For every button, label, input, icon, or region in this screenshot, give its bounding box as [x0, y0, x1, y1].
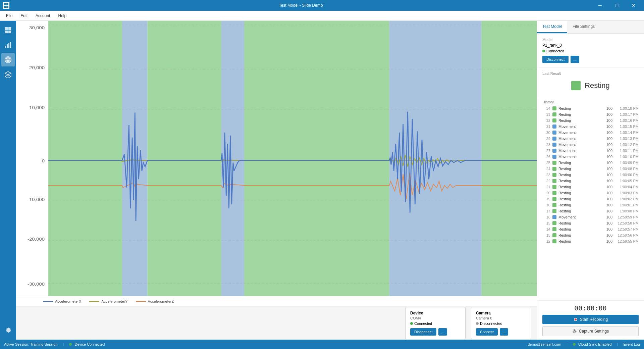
history-color	[552, 233, 556, 237]
history-class: Movement	[558, 124, 600, 129]
maximize-button[interactable]: □	[609, 0, 625, 11]
history-class: Movement	[558, 155, 600, 159]
history-color	[552, 149, 556, 153]
status-email: demo@sensiml.com	[528, 342, 561, 346]
svg-text:30,000: 30,000	[29, 25, 45, 30]
history-class: Movement	[558, 137, 600, 141]
history-time: 12:59:55 PM	[614, 239, 639, 243]
history-time: 1:00:00 PM	[614, 209, 639, 213]
svg-point-41	[575, 318, 577, 320]
history-color	[552, 143, 556, 147]
history-num: 12	[542, 239, 550, 243]
history-score: 100	[602, 112, 612, 116]
legend-accel-y: AccelerometerY	[89, 299, 127, 303]
history-row: 28 Movement 100 1:00:12 PM	[540, 142, 641, 148]
svg-rect-27	[122, 21, 148, 296]
history-row: 21 Resting 100 1:00:04 PM	[540, 184, 641, 190]
camera-status-label: Disconnected	[480, 321, 502, 326]
menu-file[interactable]: File	[3, 12, 16, 19]
svg-rect-7	[8, 31, 11, 33]
svg-text:-20,000: -20,000	[28, 236, 45, 241]
model-more-button[interactable]: ...	[571, 56, 579, 63]
history-class: Resting	[558, 161, 600, 165]
history-row: 20 Resting 100 1:00:03 PM	[540, 190, 641, 196]
device-disconnect-button[interactable]: Disconnect	[410, 328, 436, 336]
history-class: Movement	[558, 215, 600, 219]
accelerometer-chart: 30,000 20,000 10,000 0 -10,000 -20,000 -…	[16, 21, 537, 296]
legend-accel-x-line	[43, 301, 53, 302]
history-time: 1:00:16 PM	[614, 118, 639, 122]
menu-edit[interactable]: Edit	[17, 12, 31, 19]
status-log: Event Log	[623, 342, 640, 346]
menu-help[interactable]: Help	[55, 12, 70, 19]
tab-file-settings[interactable]: File Settings	[567, 21, 600, 33]
history-color	[552, 191, 556, 195]
history-row: 16 Movement 100 12:59:59 PM	[540, 214, 641, 220]
model-status: Connected	[542, 49, 639, 53]
svg-text:0: 0	[42, 158, 45, 163]
sidebar-item-home[interactable]	[1, 23, 15, 37]
history-time: 1:00:13 PM	[614, 137, 639, 141]
history-num: 23	[542, 173, 550, 177]
history-score: 100	[602, 239, 612, 243]
history-num: 16	[542, 215, 550, 219]
history-class: Resting	[558, 112, 600, 116]
history-score: 100	[602, 155, 612, 159]
start-recording-button[interactable]: Start Recording	[542, 315, 639, 324]
status-device-label: Device Connected	[74, 342, 105, 346]
timer-section: 00:00:00 Start Recording Capture Setting…	[537, 300, 644, 340]
status-session-label: Active Session: Training Session	[4, 342, 58, 346]
history-row: 13 Resting 100 12:59:56 PM	[540, 232, 641, 238]
status-device: Device Connected	[69, 342, 105, 346]
history-num: 25	[542, 161, 550, 165]
history-score: 100	[602, 118, 612, 122]
sidebar-item-settings[interactable]	[1, 323, 15, 337]
svg-text:-30,000: -30,000	[28, 282, 45, 287]
history-class: Movement	[558, 131, 600, 135]
camera-connect-button[interactable]: Connect	[476, 328, 498, 336]
result-color-box	[571, 81, 581, 90]
last-result-section: Last Result Resting	[537, 67, 644, 97]
device-status: Connected	[410, 321, 461, 326]
chart-legend: AccelerometerX AccelerometerY Accelerome…	[16, 296, 537, 306]
history-score: 100	[602, 124, 612, 129]
history-color	[552, 131, 556, 135]
history-row: 32 Resting 100 1:00:16 PM	[540, 117, 641, 123]
device-more-button[interactable]: ...	[438, 328, 447, 336]
tab-test-model[interactable]: Test Model	[537, 21, 567, 33]
history-row: 19 Resting 100 1:00:02 PM	[540, 196, 641, 202]
model-name: P1_rank_0	[542, 43, 639, 48]
history-num: 26	[542, 155, 550, 159]
close-button[interactable]: ✕	[626, 0, 641, 11]
camera-more-button[interactable]: ...	[500, 328, 508, 336]
sidebar-item-signal[interactable]	[1, 53, 15, 66]
model-disconnect-button[interactable]: Disconnect	[542, 56, 569, 63]
history-num: 27	[542, 149, 550, 153]
history-list[interactable]: 34 Resting 100 1:00:18 PM 33 Resting 100…	[537, 105, 644, 300]
sidebar-item-data[interactable]	[1, 38, 15, 52]
history-color	[552, 167, 556, 171]
history-score: 100	[602, 191, 612, 195]
sidebar-item-model[interactable]	[1, 68, 15, 81]
history-color	[552, 203, 556, 207]
record-icon	[573, 317, 578, 322]
history-class: Resting	[558, 197, 600, 201]
last-result-label: Last Result	[542, 71, 639, 76]
menu-account[interactable]: Account	[32, 12, 53, 19]
camera-panel-buttons: Connect ...	[476, 328, 526, 336]
history-class: Resting	[558, 185, 600, 189]
device-status-label: Connected	[414, 321, 432, 326]
history-num: 31	[542, 124, 550, 129]
history-color	[552, 137, 556, 141]
capture-settings-button[interactable]: Capture Settings	[542, 326, 639, 336]
history-class: Resting	[558, 239, 600, 243]
history-time: 1:00:17 PM	[614, 112, 639, 116]
history-score: 100	[602, 131, 612, 135]
svg-rect-0	[4, 3, 6, 5]
history-color	[552, 124, 556, 129]
history-color	[552, 221, 556, 225]
status-cloud-label: Cloud Sync Enabled	[578, 342, 612, 346]
history-row: 24 Resting 100 1:00:08 PM	[540, 166, 641, 172]
minimize-button[interactable]: ─	[592, 0, 608, 11]
device-panel-subtitle: COM4	[410, 316, 461, 320]
